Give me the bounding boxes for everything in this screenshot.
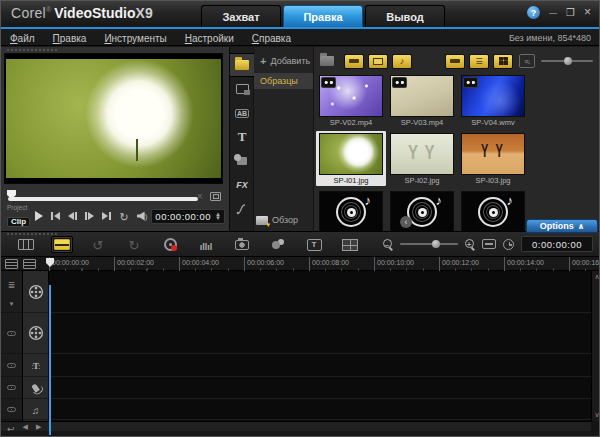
menu-edit[interactable]: Правка: [44, 33, 96, 44]
preview-timecode[interactable]: 00:00:00:00: [151, 209, 225, 224]
duration-icon[interactable]: [503, 239, 514, 250]
filter-video-button[interactable]: [344, 54, 364, 69]
view-thumbnail-button[interactable]: [445, 54, 465, 69]
vertical-scrollbar[interactable]: [591, 271, 600, 421]
home-button[interactable]: [47, 207, 64, 225]
close-icon[interactable]: [584, 7, 591, 18]
panel-grip[interactable]: [7, 49, 57, 51]
undo-button[interactable]: [87, 236, 109, 253]
title-track-lane[interactable]: [49, 354, 591, 377]
storyboard-view-button[interactable]: [15, 236, 37, 253]
timecode-spinner[interactable]: [215, 212, 221, 220]
sidebar-item-samples[interactable]: Образцы: [254, 73, 313, 89]
split-clip-icon[interactable]: [197, 191, 203, 202]
sound-mixer-button[interactable]: [195, 236, 217, 253]
redo-button[interactable]: [123, 236, 145, 253]
media-item[interactable]: SP-V03.mp4: [387, 73, 457, 128]
tab-capture[interactable]: Захват: [201, 5, 281, 27]
video-track-lane[interactable]: [49, 271, 591, 313]
overlay-track-toggle[interactable]: [1, 313, 22, 354]
project-clip-toggle[interactable]: Project Clip: [7, 205, 31, 228]
timeline-ruler[interactable]: 00:00:00:0000:00:02:0000:00:04:0000:00:0…: [1, 257, 600, 271]
playhead-line[interactable]: [49, 285, 51, 435]
graphic-button[interactable]: [230, 149, 254, 173]
media-item[interactable]: SP-I03.jpg: [458, 131, 528, 186]
media-thumbnail[interactable]: [390, 191, 454, 231]
media-thumbnail[interactable]: [319, 191, 383, 231]
media-thumbnail[interactable]: [390, 75, 454, 117]
media-library-button[interactable]: [230, 53, 254, 77]
filter-audio-button[interactable]: [392, 54, 412, 69]
media-item[interactable]: SP-I02.jpg: [387, 131, 457, 186]
overlay-track-button[interactable]: [23, 313, 48, 354]
tab-share[interactable]: Вывод: [365, 5, 445, 27]
media-thumbnail[interactable]: [319, 133, 383, 175]
overlay-track-lane[interactable]: [49, 313, 591, 354]
filter-photo-button[interactable]: [368, 54, 388, 69]
motion-tracking-button[interactable]: [231, 236, 253, 253]
video-track-button[interactable]: [23, 271, 48, 313]
zoom-slider-knob[interactable]: [432, 240, 440, 248]
media-thumbnail[interactable]: [390, 133, 454, 175]
scrubber-track[interactable]: [8, 197, 198, 201]
track-manager-icon[interactable]: [5, 259, 18, 269]
media-thumbnail[interactable]: [461, 133, 525, 175]
volume-button[interactable]: [133, 207, 152, 225]
title-track-toggle[interactable]: [1, 354, 22, 377]
thumbnail-size-slider[interactable]: [541, 60, 593, 62]
browse-button[interactable]: Обзор: [256, 215, 298, 225]
toolbar-timecode[interactable]: 0:00:00:00: [521, 236, 593, 252]
scroll-up-icon[interactable]: [592, 273, 600, 281]
maximize-icon[interactable]: [566, 8, 575, 18]
end-button[interactable]: [98, 207, 115, 225]
track-motion-button[interactable]: [267, 236, 289, 253]
prev-frame-button[interactable]: [64, 207, 81, 225]
fit-project-icon[interactable]: [482, 239, 496, 249]
project-mode-label[interactable]: Project: [7, 205, 31, 212]
add-track-icon[interactable]: [23, 259, 36, 269]
motion-path-button[interactable]: [230, 197, 254, 221]
play-button[interactable]: [31, 207, 47, 225]
media-item[interactable]: SP-M02.mpa: [387, 189, 457, 231]
scroll-right-icon[interactable]: [36, 423, 41, 431]
voice-track-toggle[interactable]: [1, 377, 22, 399]
timeline-zoom-slider[interactable]: [400, 243, 458, 245]
menu-help[interactable]: Справка: [243, 33, 300, 44]
view-list-button[interactable]: [469, 54, 489, 69]
media-item[interactable]: [458, 189, 528, 231]
video-track-toggle[interactable]: [1, 271, 22, 313]
add-folder-button[interactable]: Добавить: [254, 47, 313, 73]
music-track-lane[interactable]: [49, 399, 591, 420]
enlarge-preview-icon[interactable]: [210, 192, 221, 201]
media-thumbnail[interactable]: [319, 75, 383, 117]
minimize-icon[interactable]: [549, 7, 557, 18]
voice-track-button[interactable]: [23, 377, 48, 399]
voice-track-lane[interactable]: [49, 377, 591, 399]
track-content-area[interactable]: [49, 271, 591, 421]
filter-button[interactable]: [230, 173, 254, 197]
scroll-left-icon[interactable]: [23, 423, 28, 431]
folder-up-icon[interactable]: [320, 56, 334, 66]
slider-knob[interactable]: [564, 57, 572, 65]
menu-tools[interactable]: Инструменты: [95, 33, 175, 44]
zoom-out-icon[interactable]: [383, 239, 393, 249]
tab-edit[interactable]: Правка: [283, 5, 363, 27]
title-button[interactable]: [230, 125, 254, 149]
media-thumbnail[interactable]: [461, 75, 525, 117]
media-thumbnail[interactable]: [461, 191, 525, 231]
multicam-editor-button[interactable]: [339, 236, 361, 253]
menu-file[interactable]: Файл: [1, 33, 44, 44]
zoom-in-icon[interactable]: [465, 239, 475, 249]
instant-project-button[interactable]: [230, 77, 254, 101]
music-track-button[interactable]: [23, 399, 48, 420]
clip-mode-label[interactable]: Clip: [7, 217, 30, 227]
media-item[interactable]: SP-M01.mpa: [316, 189, 386, 231]
subtitle-editor-button[interactable]: [303, 236, 325, 253]
media-item[interactable]: SP-V02.mp4: [316, 73, 386, 128]
transition-button[interactable]: [230, 101, 254, 125]
repeat-button[interactable]: [115, 207, 132, 225]
menu-settings[interactable]: Настройки: [176, 33, 243, 44]
sort-icon[interactable]: [519, 54, 535, 68]
collapse-panel-icon[interactable]: [400, 216, 412, 228]
record-capture-button[interactable]: [159, 236, 181, 253]
